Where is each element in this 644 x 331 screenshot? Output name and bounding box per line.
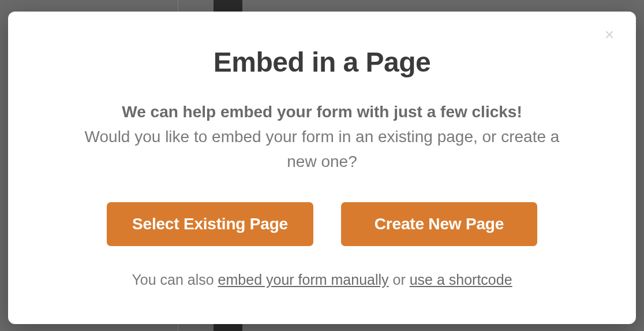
footer-text: You can also embed your form manually or…	[132, 272, 512, 288]
use-shortcode-link[interactable]: use a shortcode	[410, 272, 512, 288]
footer-prefix: You can also	[132, 272, 218, 288]
embed-manually-link[interactable]: embed your form manually	[218, 272, 389, 288]
footer-middle: or	[389, 272, 410, 288]
select-existing-page-button[interactable]: Select Existing Page	[107, 202, 313, 246]
modal-subtitle: Would you like to embed your form in an …	[77, 124, 567, 174]
backdrop-decoration	[214, 0, 242, 12]
embed-modal: Embed in a Page We can help embed your f…	[8, 12, 636, 324]
create-new-page-button[interactable]: Create New Page	[341, 202, 537, 246]
modal-subtitle-bold: We can help embed your form with just a …	[122, 100, 522, 124]
close-button[interactable]	[601, 28, 617, 44]
button-row: Select Existing Page Create New Page	[107, 202, 537, 246]
modal-title: Embed in a Page	[214, 46, 431, 78]
close-icon	[603, 28, 616, 43]
backdrop-decoration	[214, 324, 242, 331]
